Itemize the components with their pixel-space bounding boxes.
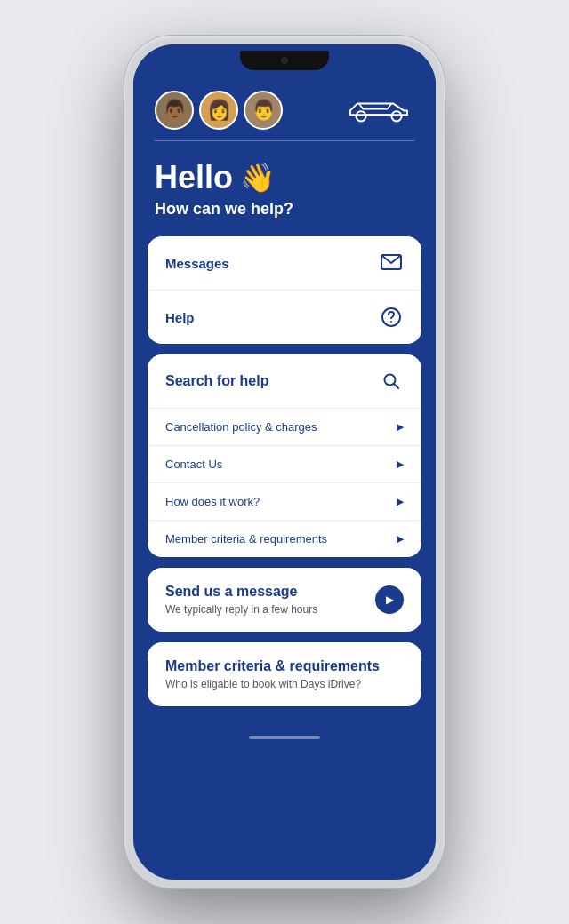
- arrow-icon: ▶: [397, 497, 404, 506]
- how-it-works-label: How does it work?: [165, 495, 260, 508]
- avatar: 👨: [244, 91, 283, 130]
- search-label: Search for help: [165, 373, 268, 389]
- contact-label: Contact Us: [165, 458, 222, 471]
- send-message-content: Send us a message We typically reply in …: [165, 584, 375, 616]
- cancellation-label: Cancellation policy & charges: [165, 420, 317, 434]
- home-indicator: [249, 736, 320, 739]
- svg-point-1: [391, 111, 401, 121]
- content-area: Messages Help: [133, 236, 436, 724]
- arrow-icon: ▶: [397, 459, 404, 469]
- wave-emoji: 👋: [240, 161, 276, 195]
- phone-frame: 👨🏾 👩 👨: [124, 36, 445, 888]
- hello-label: Hello: [155, 159, 233, 196]
- notch-bar: [133, 44, 436, 76]
- avatars-row: 👨🏾 👩 👨: [155, 91, 414, 130]
- search-row[interactable]: Search for help: [148, 354, 421, 409]
- notch: [240, 51, 329, 70]
- help-label: Help: [165, 310, 195, 325]
- send-message-card[interactable]: Send us a message We typically reply in …: [148, 568, 421, 632]
- bottom-bar: [133, 724, 436, 751]
- send-message-play-button[interactable]: ▶: [375, 585, 404, 614]
- messages-label: Messages: [165, 256, 229, 271]
- help-item-cancellation[interactable]: Cancellation policy & charges ▶: [148, 409, 421, 446]
- help-item-how[interactable]: How does it work? ▶: [148, 483, 421, 521]
- send-message-title: Send us a message: [165, 584, 375, 600]
- send-message-subtitle: We typically reply in a few hours: [165, 603, 375, 616]
- search-icon: [379, 369, 404, 394]
- greeting-text: Hello 👋: [155, 159, 414, 196]
- help-item-member[interactable]: Member criteria & requirements ▶: [148, 521, 421, 557]
- search-card: Search for help Cancellation policy & ch…: [148, 354, 421, 557]
- messages-icon: [379, 251, 404, 275]
- arrow-icon: ▶: [397, 422, 404, 432]
- car-icon: [343, 91, 414, 130]
- header-section: 👨🏾 👩 👨: [133, 76, 436, 236]
- camera-dot: [281, 57, 288, 64]
- header-divider: [155, 140, 414, 141]
- member-criteria-subtitle: Who is eligable to book with Days iDrive…: [165, 678, 404, 690]
- help-item-contact[interactable]: Contact Us ▶: [148, 446, 421, 483]
- arrow-icon: ▶: [397, 534, 404, 544]
- svg-point-5: [390, 321, 392, 323]
- member-criteria-title: Member criteria & requirements: [165, 658, 404, 674]
- main-menu-card: Messages Help: [148, 236, 421, 344]
- svg-point-0: [356, 111, 365, 121]
- member-criteria-label: Member criteria & requirements: [165, 532, 327, 546]
- avatar: 👨🏾: [155, 91, 194, 130]
- help-icon: [379, 305, 404, 330]
- messages-row[interactable]: Messages: [148, 236, 421, 291]
- help-row[interactable]: Help: [148, 291, 421, 344]
- member-criteria-card[interactable]: Member criteria & requirements Who is el…: [148, 642, 421, 706]
- avatar: 👩: [199, 91, 238, 130]
- phone-screen: 👨🏾 👩 👨: [133, 44, 436, 880]
- subtitle-text: How can we help?: [155, 200, 414, 219]
